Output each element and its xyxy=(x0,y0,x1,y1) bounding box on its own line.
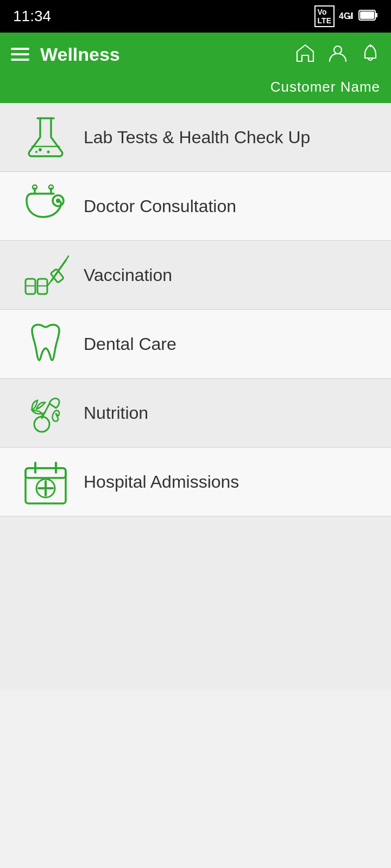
svg-point-17 xyxy=(49,185,53,189)
menu-item-dental[interactable]: Dental Care xyxy=(0,310,391,379)
profile-icon[interactable] xyxy=(328,43,348,65)
svg-line-24 xyxy=(66,256,68,260)
header-right xyxy=(295,43,380,65)
nutrition-label: Nutrition xyxy=(84,403,148,423)
status-icons: VoLTE 4G xyxy=(314,5,378,27)
customer-name: Customer Name xyxy=(270,79,380,95)
svg-rect-28 xyxy=(26,468,66,478)
hospital-calendar-icon xyxy=(13,457,78,506)
tooth-icon xyxy=(13,320,78,368)
menu-item-vaccination[interactable]: Vaccination xyxy=(0,241,391,310)
menu-item-hospital[interactable]: Hospital Admissions xyxy=(0,448,391,516)
home-icon[interactable] xyxy=(295,43,315,65)
svg-rect-5 xyxy=(360,11,374,19)
svg-point-10 xyxy=(35,151,37,153)
bell-icon[interactable] xyxy=(361,43,380,65)
header-left: Wellness xyxy=(11,44,120,65)
menu-item-lab-tests[interactable]: Lab Tests & Health Check Up xyxy=(0,103,391,172)
svg-point-15 xyxy=(56,199,60,203)
bottom-area xyxy=(0,516,391,690)
volte-icon: VoLTE xyxy=(314,5,335,27)
battery-icon xyxy=(358,8,378,25)
menu-item-doctor[interactable]: Doctor Consultation xyxy=(0,172,391,241)
header-top: Wellness xyxy=(11,33,380,76)
svg-point-6 xyxy=(334,46,342,54)
header-customer-area: Customer Name xyxy=(11,76,380,103)
status-bar: 11:34 VoLTE 4G xyxy=(0,0,391,33)
flask-icon xyxy=(13,113,78,162)
doctor-label: Doctor Consultation xyxy=(84,196,236,216)
signal-icon: 4G xyxy=(339,7,354,25)
dental-label: Dental Care xyxy=(84,334,176,354)
app-title: Wellness xyxy=(40,44,120,65)
svg-rect-4 xyxy=(375,13,377,17)
svg-point-8 xyxy=(39,148,42,151)
hamburger-menu-icon[interactable] xyxy=(11,48,29,61)
syringe-icon xyxy=(13,251,78,299)
svg-point-9 xyxy=(47,151,50,154)
nutrition-icon xyxy=(13,388,78,437)
vaccination-label: Vaccination xyxy=(84,265,172,285)
app-header: Wellness Cust xyxy=(0,33,391,103)
menu-list: Lab Tests & Health Check Up Doctor Consu… xyxy=(0,103,391,516)
svg-point-16 xyxy=(33,185,37,189)
status-time: 11:34 xyxy=(13,8,51,25)
stethoscope-icon xyxy=(13,182,78,231)
lab-tests-label: Lab Tests & Health Check Up xyxy=(84,127,310,148)
menu-item-nutrition[interactable]: Nutrition xyxy=(0,379,391,448)
svg-text:4G: 4G xyxy=(339,11,350,21)
hospital-label: Hospital Admissions xyxy=(84,472,239,492)
